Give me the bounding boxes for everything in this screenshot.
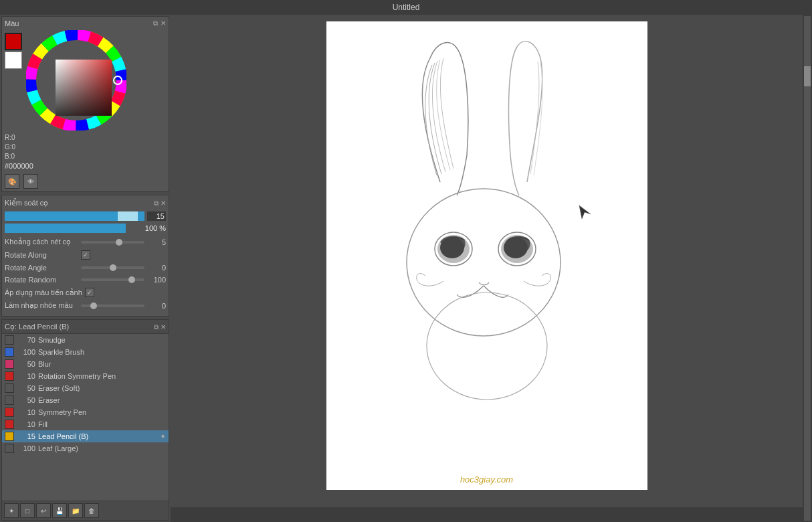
brush-list-item-9[interactable]: 100Leaf (Large) xyxy=(2,442,169,454)
brush-list-item-8[interactable]: 15Lead Pencil (B)✦ xyxy=(2,430,169,442)
brush-new-btn[interactable]: ✦ xyxy=(4,503,19,518)
brush-color-dot-2 xyxy=(5,359,14,369)
brush-opacity-value: 100 % xyxy=(142,224,166,232)
color-palette-btn[interactable]: 🎨 xyxy=(5,174,19,189)
brush-load-btn[interactable]: 📁 xyxy=(68,503,83,518)
brush-list-item-5[interactable]: 50Eraser xyxy=(2,394,169,406)
scroll-thumb[interactable] xyxy=(804,66,811,86)
brush-list-item-7[interactable]: 10Fill xyxy=(2,418,169,430)
canvas-container[interactable]: hoc3giay.com xyxy=(171,15,803,507)
scroll-track[interactable] xyxy=(804,16,811,521)
color-g: G:0 xyxy=(5,143,166,152)
setting-slider-3[interactable] xyxy=(81,278,144,281)
brush-size-num-4: 50 xyxy=(17,384,35,392)
brush-settings-scroll[interactable]: Khoảng cách nét cọ5Rotate Along✓Rotate A… xyxy=(5,236,166,312)
color-panel: Màu ⧉ ✕ xyxy=(1,16,169,192)
brush-size-slider[interactable] xyxy=(5,211,144,221)
setting-row-1: Rotate Along✓ xyxy=(5,248,166,262)
bunny-drawing xyxy=(326,21,647,490)
canvas-area: hoc3giay.com xyxy=(171,15,803,522)
canvas-bottom-bar xyxy=(171,507,803,522)
svg-point-11 xyxy=(440,237,464,258)
brush-color-dot-7 xyxy=(5,420,14,429)
setting-thumb-5 xyxy=(90,302,97,309)
brush-size-num-1: 100 xyxy=(17,348,35,356)
brush-duplicate-btn[interactable]: □ xyxy=(20,503,35,518)
brush-list-item-3[interactable]: 10Rotation Symmetry Pen xyxy=(2,370,169,382)
brush-color-dot-8 xyxy=(5,432,14,441)
brush-color-dot-5 xyxy=(5,396,14,405)
brush-panel-header: Kiểm soát cọ ⧉ ✕ xyxy=(5,198,166,207)
brush-list-item-6[interactable]: 10Symmetry Pen xyxy=(2,406,169,418)
brush-name-0: Smudge xyxy=(38,336,166,344)
brush-list-footer: ✦ □ ↩ 💾 📁 🗑 xyxy=(2,501,169,520)
setting-value-0: 5 xyxy=(147,238,166,246)
color-wheel-container[interactable] xyxy=(26,30,126,130)
setting-slider-5[interactable] xyxy=(81,304,144,307)
setting-label-3: Rotate Random xyxy=(5,276,78,284)
brush-color-dot-1 xyxy=(5,347,14,357)
brush-size-num-8: 15 xyxy=(17,432,35,440)
brush-size-num-9: 100 xyxy=(17,444,35,452)
color-wheel-area xyxy=(5,30,166,130)
brush-name-4: Eraser (Soft) xyxy=(38,384,166,392)
brush-list-body[interactable]: 70Smudge100Sparkle Brush50Blur10Rotation… xyxy=(2,334,169,501)
color-r: R:0 xyxy=(5,133,166,143)
brush-list-close[interactable]: ✕ xyxy=(161,323,166,331)
setting-thumb-3 xyxy=(128,276,135,283)
color-gradient-box[interactable] xyxy=(56,60,112,116)
brush-size-value[interactable]: 15 xyxy=(147,211,166,221)
brush-list-item-1[interactable]: 100Sparkle Brush xyxy=(2,346,169,358)
brush-delete-btn[interactable]: 🗑 xyxy=(84,503,99,518)
brush-opacity-slider[interactable] xyxy=(5,224,139,233)
brush-name-7: Fill xyxy=(38,420,166,428)
left-panel: Màu ⧉ ✕ xyxy=(0,15,171,522)
brush-reset-btn[interactable]: ↩ xyxy=(36,503,51,518)
brush-size-thumb xyxy=(118,211,138,221)
color-panel-controls: ⧉ ✕ xyxy=(153,19,166,27)
setting-row-0: Khoảng cách nét cọ5 xyxy=(5,236,166,248)
brush-list-item-4[interactable]: 50Eraser (Soft) xyxy=(2,382,169,394)
setting-checkbox-1[interactable]: ✓ xyxy=(81,250,90,260)
color-info: R:0 G:0 B:0 #000000 xyxy=(5,133,166,171)
drawing-canvas[interactable]: hoc3giay.com xyxy=(326,21,647,490)
brush-size-num-0: 70 xyxy=(17,336,35,344)
setting-checkbox-4[interactable]: ✓ xyxy=(85,288,94,297)
title-bar: Untitled xyxy=(0,0,812,15)
brush-size-num-2: 50 xyxy=(17,360,35,368)
app-title: Untitled xyxy=(393,3,420,12)
brush-size-num-5: 50 xyxy=(17,396,35,404)
setting-thumb-0 xyxy=(116,239,122,246)
brush-color-dot-9 xyxy=(5,444,14,453)
setting-value-2: 0 xyxy=(147,264,166,272)
svg-point-15 xyxy=(427,292,547,400)
background-color-swatch[interactable] xyxy=(5,52,22,69)
setting-slider-2[interactable] xyxy=(81,266,144,269)
setting-label-4: Áp dụng màu tiền cảnh xyxy=(5,288,82,297)
brush-color-dot-0 xyxy=(5,335,14,345)
setting-value-3: 100 xyxy=(147,276,166,284)
brush-list-item-2[interactable]: 50Blur xyxy=(2,358,169,370)
color-panel-close[interactable]: ✕ xyxy=(161,19,166,27)
brush-panel-controls: ⧉ ✕ xyxy=(154,198,166,207)
setting-label-2: Rotate Angle xyxy=(5,264,78,272)
color-picker-btn[interactable]: 👁 xyxy=(23,174,38,189)
setting-row-4: Áp dụng màu tiền cảnh✓ xyxy=(5,286,166,299)
right-scrollbar[interactable] xyxy=(803,15,812,522)
svg-point-8 xyxy=(407,189,561,336)
foreground-color-swatch[interactable] xyxy=(5,33,22,50)
brush-panel-expand[interactable]: ⧉ xyxy=(154,199,159,207)
brush-name-1: Sparkle Brush xyxy=(38,348,166,356)
setting-slider-0[interactable] xyxy=(81,241,144,244)
brush-panel-close[interactable]: ✕ xyxy=(161,199,166,207)
brush-save-btn[interactable]: 💾 xyxy=(52,503,67,518)
color-wheel-svg xyxy=(26,30,126,130)
color-b: B:0 xyxy=(5,152,166,161)
brush-panel-title: Kiểm soát cọ xyxy=(5,199,48,207)
brush-list-expand[interactable]: ⧉ xyxy=(154,323,159,331)
watermark: hoc3giay.com xyxy=(460,474,513,485)
setting-label-5: Làm nhạp nhòe màu xyxy=(5,301,78,310)
main-layout: Màu ⧉ ✕ xyxy=(0,15,812,522)
brush-list-item-0[interactable]: 70Smudge xyxy=(2,334,169,346)
color-panel-expand[interactable]: ⧉ xyxy=(153,19,158,27)
